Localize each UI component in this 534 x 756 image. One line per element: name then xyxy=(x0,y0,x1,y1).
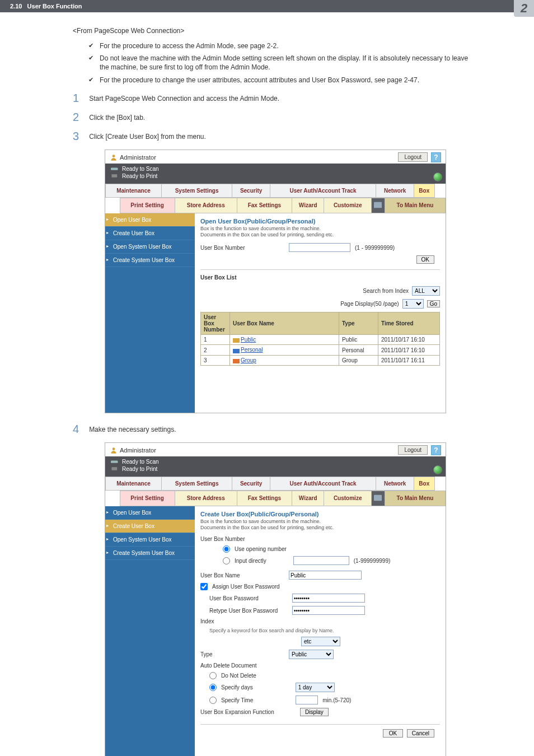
prereq-list: For the procedure to access the Admin Mo… xyxy=(88,41,478,85)
subtab-print-setting[interactable]: Print Setting xyxy=(120,198,175,213)
display-mode-icon[interactable] xyxy=(371,491,385,506)
sub-tabs: Print Setting Store Address Fax Settings… xyxy=(105,198,446,213)
subtab-fax-settings[interactable]: Fax Settings xyxy=(237,198,292,213)
tab-network[interactable]: Network xyxy=(376,477,414,490)
sidebar-item-create-user-box[interactable]: Create User Box xyxy=(105,520,195,533)
table-row: 3 Group Group2011/10/17 16:11 xyxy=(201,355,440,365)
user-box-number-input[interactable] xyxy=(289,243,350,252)
status-print: Ready to Print xyxy=(122,173,157,179)
svg-rect-9 xyxy=(111,467,117,470)
tab-system-settings[interactable]: System Settings xyxy=(161,184,232,197)
svg-rect-1 xyxy=(111,168,118,170)
logout-button[interactable]: Logout xyxy=(398,152,428,162)
printer-icon xyxy=(111,173,119,179)
cancel-button[interactable]: Cancel xyxy=(407,729,434,738)
ok-button[interactable]: OK xyxy=(383,729,403,738)
tab-box[interactable]: Box xyxy=(414,184,434,197)
subtab-wizard[interactable]: Wizard xyxy=(292,198,324,213)
tab-maintenance[interactable]: Maintenance xyxy=(106,184,162,197)
input-directly-label: Input directly xyxy=(235,558,266,564)
help-icon[interactable]: ? xyxy=(431,152,441,162)
specify-days-radio[interactable] xyxy=(209,684,217,691)
box-link[interactable]: Public xyxy=(241,337,256,343)
panel-title: Open User Box(Public/Group/Personal) xyxy=(200,218,440,225)
tab-security[interactable]: Security xyxy=(232,184,270,197)
subtab-wizard[interactable]: Wizard xyxy=(292,491,324,506)
tab-user-auth[interactable]: User Auth/Account Track xyxy=(270,184,376,197)
tab-maintenance[interactable]: Maintenance xyxy=(106,477,162,490)
index-select[interactable]: etc xyxy=(301,637,340,646)
do-not-delete-radio[interactable] xyxy=(209,672,217,679)
index-label: Index xyxy=(200,618,214,624)
refresh-icon[interactable] xyxy=(433,465,442,474)
section-title: User Box Function xyxy=(27,3,82,10)
time-input[interactable] xyxy=(296,696,318,704)
svg-rect-8 xyxy=(111,461,118,463)
input-directly-radio[interactable] xyxy=(223,557,230,564)
subtab-customize[interactable]: Customize xyxy=(324,491,372,506)
index-select[interactable]: ALL xyxy=(412,286,440,296)
status-scan: Ready to Scan xyxy=(122,166,159,172)
password-input[interactable] xyxy=(292,594,365,603)
number-input[interactable] xyxy=(293,556,349,565)
chapter-badge: 2 xyxy=(514,0,534,17)
subtab-print-setting[interactable]: Print Setting xyxy=(120,491,175,506)
help-icon[interactable]: ? xyxy=(431,445,441,455)
display-button[interactable]: Display xyxy=(300,708,329,716)
go-button[interactable]: Go xyxy=(427,300,440,307)
tab-security[interactable]: Security xyxy=(232,477,270,490)
panel-desc: Box is the function to save documents in… xyxy=(200,519,440,531)
sidebar-item-create-user-box[interactable]: Create User Box xyxy=(105,227,195,240)
tab-system-settings[interactable]: System Settings xyxy=(161,477,232,490)
step-text: Start PageScope Web Connection and acces… xyxy=(89,92,279,102)
table-row: 1 Public Public2011/10/17 16:10 xyxy=(201,335,440,345)
specify-time-radio[interactable] xyxy=(209,697,217,704)
sidebar-item-open-user-box[interactable]: Open User Box xyxy=(105,213,195,227)
sidebar-item-open-system-user-box[interactable]: Open System User Box xyxy=(105,240,195,254)
subtab-to-main-menu[interactable]: To Main Menu xyxy=(385,198,445,213)
specify-days-label: Specify days xyxy=(221,684,253,690)
svg-rect-3 xyxy=(374,202,382,208)
assign-password-checkbox[interactable] xyxy=(200,583,208,590)
ok-button[interactable]: OK xyxy=(416,255,434,264)
box-link[interactable]: Personal xyxy=(241,347,263,353)
subtab-to-main-menu[interactable]: To Main Menu xyxy=(385,491,445,506)
logout-button[interactable]: Logout xyxy=(398,445,428,455)
user-box-name-label: User Box Name xyxy=(200,572,284,578)
page-select[interactable]: 1 xyxy=(402,299,424,309)
days-select[interactable]: 1 day xyxy=(296,683,335,692)
subtab-store-address[interactable]: Store Address xyxy=(175,491,237,506)
subtab-store-address[interactable]: Store Address xyxy=(175,198,237,213)
svg-rect-2 xyxy=(111,174,117,178)
subtab-fax-settings[interactable]: Fax Settings xyxy=(237,491,292,506)
refresh-icon[interactable] xyxy=(433,172,442,181)
sidebar-item-create-system-user-box[interactable]: Create System User Box xyxy=(105,254,195,267)
display-mode-icon[interactable] xyxy=(371,198,385,213)
user-box-name-input[interactable] xyxy=(289,571,362,580)
svg-rect-10 xyxy=(374,495,382,501)
col-time-stored: Time Stored xyxy=(378,312,440,335)
range-hint: (1-999999999) xyxy=(354,558,391,564)
sidebar-item-open-user-box[interactable]: Open User Box xyxy=(105,506,195,520)
section-number: 2.10 xyxy=(10,3,22,10)
svg-rect-4 xyxy=(233,338,240,343)
tab-box[interactable]: Box xyxy=(414,477,434,490)
status-print: Ready to Print xyxy=(122,466,157,472)
type-select[interactable]: Public xyxy=(289,650,334,659)
step-text: Click the [Box] tab. xyxy=(89,111,145,122)
folder-icon xyxy=(233,358,240,363)
sidebar-item-open-system-user-box[interactable]: Open System User Box xyxy=(105,533,195,547)
sidebar-item-create-system-user-box[interactable]: Create System User Box xyxy=(105,547,195,560)
panel-title: Create User Box(Public/Group/Personal) xyxy=(200,511,440,517)
use-opening-number-radio[interactable] xyxy=(223,545,230,553)
retype-password-input[interactable] xyxy=(292,606,365,615)
user-box-number-label: User Box Number xyxy=(200,245,284,251)
box-link[interactable]: Group xyxy=(241,357,256,363)
tab-network[interactable]: Network xyxy=(376,184,414,197)
tab-user-auth[interactable]: User Auth/Account Track xyxy=(270,477,376,490)
specify-time-label: Specify Time xyxy=(221,697,253,703)
role-label: Administrator xyxy=(110,153,156,161)
subtab-customize[interactable]: Customize xyxy=(324,198,372,213)
step-number: 4 xyxy=(73,423,79,435)
step-number: 2 xyxy=(73,111,79,123)
